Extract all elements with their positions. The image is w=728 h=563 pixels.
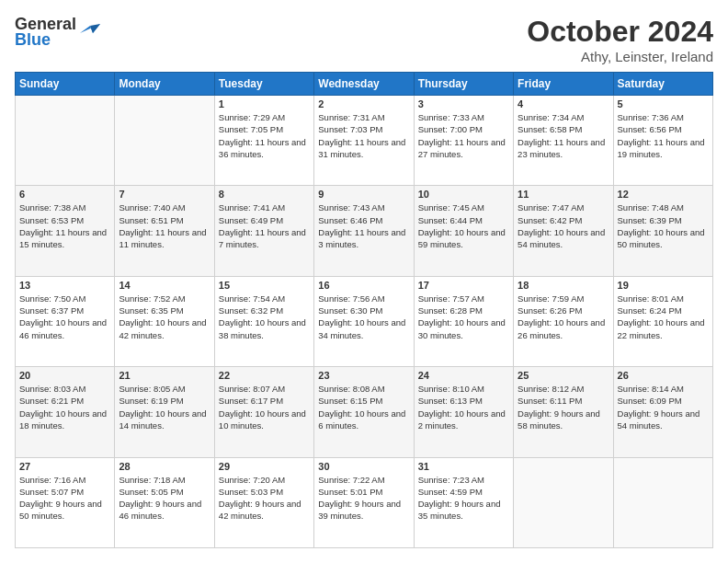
- table-row: 14Sunrise: 7:52 AM Sunset: 6:35 PM Dayli…: [115, 276, 214, 366]
- day-number: 10: [418, 189, 509, 200]
- day-info: Sunrise: 7:52 AM Sunset: 6:35 PM Dayligh…: [119, 293, 210, 341]
- day-info: Sunrise: 8:05 AM Sunset: 6:19 PM Dayligh…: [119, 383, 210, 431]
- day-number: 31: [418, 461, 509, 472]
- day-number: 14: [119, 280, 210, 291]
- day-info: Sunrise: 7:45 AM Sunset: 6:44 PM Dayligh…: [418, 201, 509, 250]
- day-number: 1: [219, 98, 310, 109]
- day-info: Sunrise: 7:16 AM Sunset: 5:07 PM Dayligh…: [19, 474, 110, 523]
- day-number: 24: [418, 370, 509, 381]
- calendar-week-row: 13Sunrise: 7:50 AM Sunset: 6:37 PM Dayli…: [16, 276, 713, 366]
- table-row: 1Sunrise: 7:29 AM Sunset: 7:05 PM Daylig…: [214, 96, 313, 186]
- title-month: October 2024: [527, 15, 713, 49]
- day-number: 16: [318, 280, 409, 291]
- day-info: Sunrise: 7:57 AM Sunset: 6:28 PM Dayligh…: [418, 293, 509, 341]
- day-number: 26: [618, 370, 709, 381]
- table-row: [115, 96, 214, 186]
- table-row: 19Sunrise: 8:01 AM Sunset: 6:24 PM Dayli…: [613, 276, 712, 366]
- table-row: 4Sunrise: 7:34 AM Sunset: 6:58 PM Daylig…: [514, 96, 613, 186]
- day-info: Sunrise: 8:07 AM Sunset: 6:17 PM Dayligh…: [219, 383, 310, 431]
- day-number: 8: [219, 189, 310, 200]
- table-row: 11Sunrise: 7:47 AM Sunset: 6:42 PM Dayli…: [514, 186, 613, 276]
- table-row: 26Sunrise: 8:14 AM Sunset: 6:09 PM Dayli…: [613, 367, 712, 457]
- table-row: 18Sunrise: 7:59 AM Sunset: 6:26 PM Dayli…: [514, 276, 613, 366]
- table-row: 5Sunrise: 7:36 AM Sunset: 6:56 PM Daylig…: [613, 96, 712, 186]
- day-info: Sunrise: 7:20 AM Sunset: 5:03 PM Dayligh…: [219, 474, 310, 523]
- calendar-week-row: 20Sunrise: 8:03 AM Sunset: 6:21 PM Dayli…: [16, 367, 713, 457]
- table-row: 27Sunrise: 7:16 AM Sunset: 5:07 PM Dayli…: [16, 457, 115, 547]
- col-monday: Monday: [115, 73, 214, 96]
- day-info: Sunrise: 7:54 AM Sunset: 6:32 PM Dayligh…: [219, 293, 310, 341]
- day-info: Sunrise: 7:22 AM Sunset: 5:01 PM Dayligh…: [318, 474, 409, 523]
- table-row: 9Sunrise: 7:43 AM Sunset: 6:46 PM Daylig…: [314, 186, 414, 276]
- day-info: Sunrise: 7:38 AM Sunset: 6:53 PM Dayligh…: [19, 201, 110, 250]
- day-info: Sunrise: 7:29 AM Sunset: 7:05 PM Dayligh…: [219, 111, 310, 160]
- calendar-week-row: 1Sunrise: 7:29 AM Sunset: 7:05 PM Daylig…: [16, 96, 713, 186]
- table-row: 17Sunrise: 7:57 AM Sunset: 6:28 PM Dayli…: [414, 276, 513, 366]
- day-number: 12: [618, 189, 709, 200]
- day-number: 25: [518, 370, 609, 381]
- day-number: 2: [318, 98, 409, 109]
- calendar-week-row: 27Sunrise: 7:16 AM Sunset: 5:07 PM Dayli…: [16, 457, 713, 547]
- day-number: 6: [19, 189, 110, 200]
- day-number: 28: [119, 461, 210, 472]
- table-row: 24Sunrise: 8:10 AM Sunset: 6:13 PM Dayli…: [414, 367, 513, 457]
- day-number: 29: [219, 461, 310, 472]
- table-row: 15Sunrise: 7:54 AM Sunset: 6:32 PM Dayli…: [214, 276, 313, 366]
- table-row: 29Sunrise: 7:20 AM Sunset: 5:03 PM Dayli…: [214, 457, 313, 547]
- day-info: Sunrise: 8:03 AM Sunset: 6:21 PM Dayligh…: [19, 383, 110, 431]
- day-info: Sunrise: 8:12 AM Sunset: 6:11 PM Dayligh…: [518, 383, 609, 431]
- table-row: [514, 457, 613, 547]
- table-row: 21Sunrise: 8:05 AM Sunset: 6:19 PM Dayli…: [115, 367, 214, 457]
- table-row: 8Sunrise: 7:41 AM Sunset: 6:49 PM Daylig…: [214, 186, 313, 276]
- table-row: 28Sunrise: 7:18 AM Sunset: 5:05 PM Dayli…: [115, 457, 214, 547]
- day-info: Sunrise: 8:08 AM Sunset: 6:15 PM Dayligh…: [318, 383, 409, 431]
- table-row: 2Sunrise: 7:31 AM Sunset: 7:03 PM Daylig…: [314, 96, 414, 186]
- day-info: Sunrise: 7:31 AM Sunset: 7:03 PM Dayligh…: [318, 111, 409, 160]
- table-row: 3Sunrise: 7:33 AM Sunset: 7:00 PM Daylig…: [414, 96, 513, 186]
- day-number: 9: [318, 189, 409, 200]
- svg-marker-1: [90, 24, 100, 33]
- day-number: 17: [418, 280, 509, 291]
- day-number: 11: [518, 189, 609, 200]
- col-friday: Friday: [514, 73, 613, 96]
- day-number: 4: [518, 98, 609, 109]
- day-info: Sunrise: 7:56 AM Sunset: 6:30 PM Dayligh…: [318, 293, 409, 341]
- logo-bird-icon: [80, 17, 100, 33]
- logo: General Blue: [15, 15, 100, 50]
- col-thursday: Thursday: [414, 73, 513, 96]
- title-location: Athy, Leinster, Ireland: [527, 49, 713, 64]
- day-info: Sunrise: 7:50 AM Sunset: 6:37 PM Dayligh…: [19, 293, 110, 341]
- day-number: 18: [518, 280, 609, 291]
- table-row: 31Sunrise: 7:23 AM Sunset: 4:59 PM Dayli…: [414, 457, 513, 547]
- day-info: Sunrise: 7:18 AM Sunset: 5:05 PM Dayligh…: [119, 474, 210, 523]
- table-row: 7Sunrise: 7:40 AM Sunset: 6:51 PM Daylig…: [115, 186, 214, 276]
- day-number: 5: [618, 98, 709, 109]
- page: General Blue October 2024 Athy, Leinster…: [0, 0, 728, 563]
- day-info: Sunrise: 8:14 AM Sunset: 6:09 PM Dayligh…: [618, 383, 709, 431]
- col-saturday: Saturday: [613, 73, 712, 96]
- table-row: 23Sunrise: 8:08 AM Sunset: 6:15 PM Dayli…: [314, 367, 414, 457]
- day-number: 15: [219, 280, 310, 291]
- day-info: Sunrise: 7:43 AM Sunset: 6:46 PM Dayligh…: [318, 201, 409, 250]
- day-info: Sunrise: 8:10 AM Sunset: 6:13 PM Dayligh…: [418, 383, 509, 431]
- day-number: 22: [219, 370, 310, 381]
- day-number: 20: [19, 370, 110, 381]
- header: General Blue October 2024 Athy, Leinster…: [15, 15, 713, 64]
- title-block: October 2024 Athy, Leinster, Ireland: [527, 15, 713, 64]
- day-info: Sunrise: 7:59 AM Sunset: 6:26 PM Dayligh…: [518, 293, 609, 341]
- col-sunday: Sunday: [16, 73, 115, 96]
- table-row: 12Sunrise: 7:48 AM Sunset: 6:39 PM Dayli…: [613, 186, 712, 276]
- table-row: 6Sunrise: 7:38 AM Sunset: 6:53 PM Daylig…: [16, 186, 115, 276]
- day-number: 21: [119, 370, 210, 381]
- day-number: 19: [618, 280, 709, 291]
- table-row: 10Sunrise: 7:45 AM Sunset: 6:44 PM Dayli…: [414, 186, 513, 276]
- day-number: 13: [19, 280, 110, 291]
- day-info: Sunrise: 7:41 AM Sunset: 6:49 PM Dayligh…: [219, 201, 310, 250]
- day-info: Sunrise: 7:48 AM Sunset: 6:39 PM Dayligh…: [618, 201, 709, 250]
- day-info: Sunrise: 7:47 AM Sunset: 6:42 PM Dayligh…: [518, 201, 609, 250]
- col-tuesday: Tuesday: [214, 73, 313, 96]
- col-wednesday: Wednesday: [314, 73, 414, 96]
- table-row: 30Sunrise: 7:22 AM Sunset: 5:01 PM Dayli…: [314, 457, 414, 547]
- day-number: 7: [119, 189, 210, 200]
- day-info: Sunrise: 7:36 AM Sunset: 6:56 PM Dayligh…: [618, 111, 709, 160]
